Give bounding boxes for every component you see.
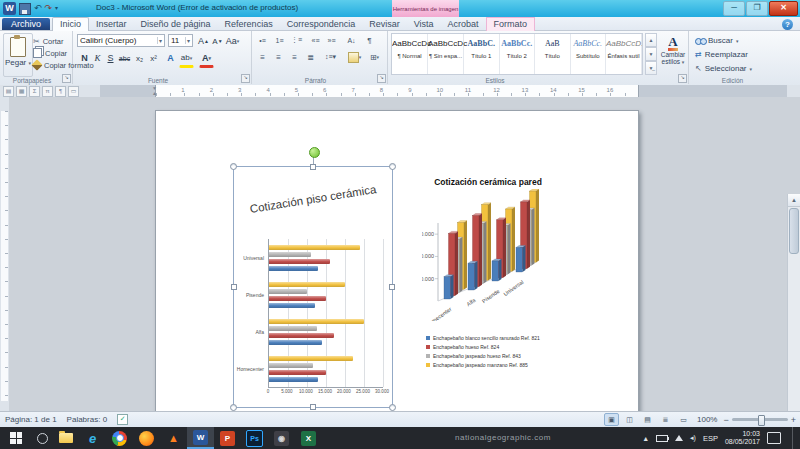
underline-button[interactable]: S xyxy=(103,50,118,66)
help-icon[interactable]: ? xyxy=(782,19,793,30)
resize-handle-ne[interactable] xyxy=(389,163,396,170)
maximize-button[interactable]: ❐ xyxy=(746,1,768,16)
rotation-handle[interactable] xyxy=(309,147,320,158)
select-button[interactable]: ↖Seleccionar▾ xyxy=(695,64,752,73)
undo-icon[interactable]: ↶ xyxy=(34,2,42,15)
ruler-toolbar-icon[interactable]: ▭ xyxy=(68,86,79,97)
fullscreen-view-button[interactable]: ◫ xyxy=(622,413,637,426)
strikethrough-button[interactable]: abc xyxy=(117,50,132,66)
style-item[interactable]: AaBbCcDc¶ Sin espa... xyxy=(428,34,464,74)
borders-button[interactable]: ⊞▾ xyxy=(367,50,382,64)
zoom-out-button[interactable]: − xyxy=(723,415,728,425)
zoom-slider[interactable] xyxy=(732,418,788,421)
tab-acrobat[interactable]: Acrobat xyxy=(441,18,486,30)
font-size-combobox[interactable]: 11▾ xyxy=(168,34,193,47)
search-button[interactable] xyxy=(32,427,52,449)
numbering-button[interactable]: 1≡ xyxy=(272,33,287,47)
styles-dialog-launcher[interactable]: ↘ xyxy=(678,74,687,83)
tab-insertar[interactable]: Insertar xyxy=(89,18,134,30)
minimize-button[interactable]: ─ xyxy=(723,1,745,16)
chart-pared[interactable]: Cotización cerámica pared 10.00020.00030… xyxy=(422,177,554,409)
draft-view-button[interactable]: ▭ xyxy=(676,413,691,426)
zoom-level[interactable]: 100% xyxy=(697,415,717,424)
line-spacing-button[interactable]: ↕≡▾ xyxy=(323,50,338,64)
find-button[interactable]: Buscar▾ xyxy=(695,36,738,45)
highlight-color-button[interactable]: ab▾ xyxy=(179,50,194,68)
taskbar-app-chrome[interactable] xyxy=(106,427,133,449)
hidden-icons-chevron[interactable]: ▲ xyxy=(642,435,649,442)
style-item[interactable]: AaBbCcDc¶ Normal xyxy=(392,34,428,74)
taskbar-app-word[interactable]: W xyxy=(187,427,214,449)
align-right-button[interactable]: ≡ xyxy=(287,50,302,64)
superscript-button[interactable]: x² xyxy=(146,50,161,66)
paste-button[interactable]: Pegar ▾ xyxy=(3,33,33,77)
battery-icon[interactable] xyxy=(656,435,668,442)
spellcheck-icon[interactable]: ✓ xyxy=(117,414,128,425)
qat-customize-icon[interactable]: ▾ xyxy=(55,2,58,15)
change-case-button[interactable]: Aa▾ xyxy=(225,33,240,49)
gallery-down-icon[interactable]: ▼ xyxy=(645,47,657,61)
action-center-icon[interactable] xyxy=(767,432,781,444)
resize-handle-e[interactable] xyxy=(389,284,395,290)
taskbar-app-file-explorer[interactable] xyxy=(52,427,79,449)
tab-revisar[interactable]: Revisar xyxy=(362,18,407,30)
style-item[interactable]: AaBbCcD.Énfasis sutil xyxy=(606,34,642,74)
page-indicator[interactable]: Página: 1 de 1 xyxy=(5,415,57,424)
decrease-indent-button[interactable]: «≡ xyxy=(308,33,323,47)
resize-handle-nw[interactable] xyxy=(230,163,237,170)
align-center-button[interactable]: ≡ xyxy=(271,50,286,64)
word-count[interactable]: Palabras: 0 xyxy=(67,415,107,424)
style-item[interactable]: AaBTítulo xyxy=(535,34,571,74)
sort-button[interactable]: A↓ xyxy=(344,33,359,47)
show-desktop-button[interactable] xyxy=(792,427,797,449)
start-button[interactable] xyxy=(0,427,32,449)
increase-indent-button[interactable]: »≡ xyxy=(324,33,339,47)
clock[interactable]: 10:03 08/05/2017 xyxy=(725,430,760,446)
tab-archivo[interactable]: Archivo xyxy=(2,18,50,30)
zoom-slider-thumb[interactable] xyxy=(758,415,765,426)
ruler-toolbar-icon[interactable]: ▦ xyxy=(16,86,27,97)
document-page[interactable]: Cotización piso cerámica UniversalPisend… xyxy=(155,110,639,413)
taskbar-app-firefox[interactable] xyxy=(133,427,160,449)
grow-font-button[interactable]: A▲ xyxy=(196,33,211,49)
align-left-button[interactable]: ≡ xyxy=(255,50,270,64)
style-item[interactable]: AaBbCc.Subtítulo xyxy=(571,34,607,74)
shading-button[interactable]: ▾ xyxy=(347,50,362,64)
web-layout-view-button[interactable]: ▤ xyxy=(640,413,655,426)
subscript-button[interactable]: x₂ xyxy=(132,50,147,66)
shrink-font-button[interactable]: A▼ xyxy=(210,33,225,49)
clipboard-dialog-launcher[interactable]: ↘ xyxy=(62,74,71,83)
selected-chart-piso[interactable]: Cotización piso cerámica UniversalPisend… xyxy=(233,166,393,408)
zoom-in-button[interactable]: + xyxy=(791,415,796,425)
ruler-toolbar-icon[interactable]: π xyxy=(42,86,53,97)
redo-icon[interactable]: ↷ xyxy=(45,2,53,15)
show-marks-button[interactable]: ¶ xyxy=(362,33,377,47)
justify-button[interactable]: ≣ xyxy=(303,50,318,64)
word-app-icon[interactable]: W xyxy=(3,2,16,15)
ruler-toolbar-icon[interactable]: Σ xyxy=(29,86,40,97)
save-icon[interactable] xyxy=(19,3,31,15)
taskbar-app-media-player[interactable]: ◉ xyxy=(268,427,295,449)
taskbar-app-photoshop[interactable]: Ps xyxy=(241,427,268,449)
network-icon[interactable] xyxy=(675,435,683,441)
tab-vista[interactable]: Vista xyxy=(407,18,441,30)
tab-formato[interactable]: Formato xyxy=(486,17,536,31)
resize-handle-sw[interactable] xyxy=(230,404,237,411)
ruler-toolbar-icon[interactable]: ¶ xyxy=(55,86,66,97)
change-styles-button[interactable]: A Cambiar estilos ▾ xyxy=(659,33,687,79)
scroll-thumb[interactable] xyxy=(789,208,799,254)
ruler-toolbar-icon[interactable]: ▤ xyxy=(3,86,14,97)
text-effects-button[interactable]: A xyxy=(163,50,178,66)
language-indicator[interactable]: ESP xyxy=(703,434,718,443)
tab-dise-o-de-página[interactable]: Diseño de página xyxy=(134,18,218,30)
font-color-button[interactable]: A▾ xyxy=(199,50,214,68)
replace-button[interactable]: ⇄Reemplazar xyxy=(695,50,748,59)
gallery-up-icon[interactable]: ▲ xyxy=(645,33,657,47)
resize-handle-se[interactable] xyxy=(389,404,396,411)
volume-icon[interactable]: ◂) xyxy=(690,434,696,442)
scroll-up-icon[interactable]: ▲ xyxy=(788,194,800,207)
font-family-combobox[interactable]: Calibri (Cuerpo)▾ xyxy=(77,34,165,47)
style-item[interactable]: AaBbC.Título 1 xyxy=(464,34,500,74)
horizontal-ruler[interactable]: 12345678910111213141516 ▼ ▲ xyxy=(100,85,787,97)
taskbar-app-powerpoint[interactable]: P xyxy=(214,427,241,449)
